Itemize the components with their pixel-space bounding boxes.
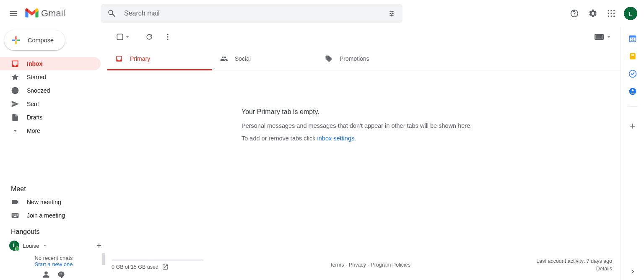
nav-label: More [27, 127, 40, 134]
category-tabs: Primary Social Promotions [107, 47, 621, 70]
hangouts-footer [0, 267, 107, 280]
calendar-icon: 31 [628, 34, 637, 43]
search-icon [106, 9, 117, 18]
more-vert-icon [164, 33, 172, 41]
empty-desc: Personal messages and messages that don'… [242, 122, 621, 129]
nav-label: Snoozed [27, 87, 50, 94]
footer-links: Terms· Privacy· Program Policies [212, 262, 528, 268]
plus-icon [10, 34, 22, 46]
search-input[interactable] [124, 10, 387, 17]
hangouts-empty: No recent chats Start a new one [0, 252, 107, 267]
policies-link[interactable]: Program Policies [371, 262, 410, 268]
keyboard-icon [11, 211, 19, 220]
footer-activity: Last account activity: 7 days ago Detail… [536, 258, 612, 272]
svg-point-2 [613, 10, 615, 11]
header: Gmail L [0, 0, 644, 27]
hangouts-user[interactable]: L Louise + [0, 238, 107, 252]
video-icon [11, 198, 19, 206]
collapse-panel-button[interactable] [628, 267, 637, 276]
inbox-settings-link[interactable]: inbox settings [317, 135, 355, 142]
svg-point-10 [167, 34, 168, 35]
nav-snoozed[interactable]: Snoozed [0, 84, 101, 97]
contacts-icon [628, 87, 637, 96]
tab-promotions[interactable]: Promotions [317, 47, 422, 70]
toolbar [107, 27, 621, 47]
main-menu-button[interactable] [3, 3, 23, 23]
meet-title: Meet [0, 185, 107, 195]
details-link[interactable]: Details [596, 266, 612, 272]
keep-app[interactable] [628, 52, 637, 60]
nav-more[interactable]: More [0, 124, 101, 137]
nav-sent[interactable]: Sent [0, 97, 101, 111]
chevron-right-icon [628, 267, 637, 276]
tab-label: Promotions [340, 55, 369, 62]
privacy-link[interactable]: Privacy [349, 262, 366, 268]
svg-point-4 [610, 13, 612, 14]
support-button[interactable] [566, 5, 583, 22]
gear-icon [588, 9, 597, 18]
nav-label: Inbox [27, 60, 42, 67]
tab-primary[interactable]: Primary [107, 47, 212, 70]
apps-grid-icon [607, 9, 615, 18]
svg-rect-9 [117, 34, 122, 39]
star-icon [11, 73, 19, 81]
storage-text: 0 GB of 15 GB used [112, 264, 158, 270]
hangouts-icon[interactable] [57, 271, 65, 278]
more-button[interactable] [159, 29, 176, 45]
compose-button[interactable]: Compose [4, 30, 65, 50]
input-tool-button[interactable] [595, 34, 614, 40]
settings-button[interactable] [584, 5, 601, 22]
caret-down-icon [605, 34, 612, 40]
divider [628, 106, 638, 107]
new-meeting[interactable]: New meeting [0, 195, 107, 209]
select-all[interactable] [114, 33, 131, 41]
add-addon-button[interactable] [624, 118, 641, 135]
meet-label: New meeting [27, 199, 61, 205]
caret-down-icon [124, 34, 131, 40]
refresh-icon [145, 33, 153, 41]
file-icon [11, 113, 19, 122]
tasks-app[interactable] [628, 70, 637, 78]
refresh-button[interactable] [141, 29, 158, 45]
svg-point-3 [608, 13, 609, 14]
terms-link[interactable]: Terms [330, 262, 344, 268]
calendar-app[interactable]: 31 [628, 34, 637, 43]
nav-inbox[interactable]: Inbox [0, 57, 101, 70]
chevron-down-icon [11, 127, 19, 135]
apps-button[interactable] [603, 5, 620, 22]
scrollbar[interactable] [102, 253, 105, 265]
person-icon[interactable] [42, 271, 50, 278]
open-in-new-icon[interactable] [162, 264, 169, 270]
keyboard-chip-icon [595, 34, 604, 40]
help-icon [570, 9, 579, 18]
send-icon [11, 100, 19, 108]
hangouts-section: Hangouts L Louise + No recent chats Star… [0, 222, 107, 280]
hangouts-username: Louise [23, 243, 39, 249]
new-chat-button[interactable]: + [96, 241, 103, 251]
svg-point-0 [608, 10, 609, 11]
side-panel: 31 [621, 27, 644, 280]
nav-starred[interactable]: Starred [0, 70, 101, 84]
contacts-app[interactable] [628, 87, 637, 96]
plus-icon [628, 122, 637, 130]
start-new-chat-link[interactable]: Start a new one [0, 261, 107, 267]
tasks-icon [628, 70, 637, 78]
people-icon [220, 54, 228, 63]
empty-title: Your Primary tab is empty. [242, 108, 621, 116]
activity-text: Last account activity: 7 days ago [536, 258, 612, 264]
gmail-logo[interactable]: Gmail [25, 8, 101, 19]
empty-state: Your Primary tab is empty. Personal mess… [107, 70, 621, 148]
meet-label: Join a meeting [27, 212, 65, 219]
join-meeting[interactable]: Join a meeting [0, 209, 107, 222]
nav-list: Inbox Starred Snoozed Sent Drafts More [0, 57, 107, 137]
svg-point-8 [613, 16, 615, 17]
search-bar[interactable] [101, 4, 402, 23]
hangouts-empty-text: No recent chats [0, 255, 107, 261]
tab-social[interactable]: Social [212, 47, 317, 70]
svg-point-12 [167, 39, 168, 40]
nav-label: Starred [27, 74, 46, 80]
account-avatar[interactable]: L [624, 7, 637, 20]
nav-drafts[interactable]: Drafts [0, 111, 101, 124]
search-options-icon[interactable] [387, 9, 397, 18]
empty-settings-line: To add or remove tabs click inbox settin… [242, 135, 621, 142]
